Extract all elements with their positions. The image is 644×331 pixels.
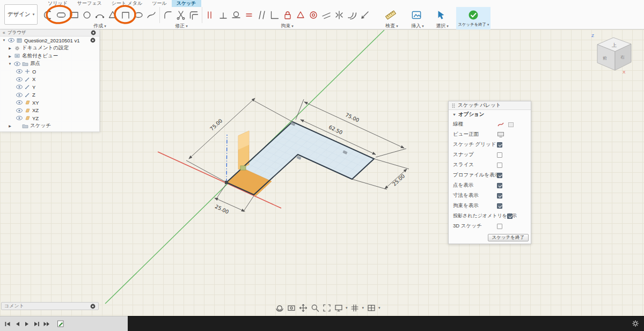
- palette-finish-sketch-button[interactable]: スケッチを終了: [488, 234, 529, 241]
- perpendicular-constraint-icon[interactable]: [268, 8, 281, 22]
- visibility-eye-icon[interactable]: [14, 61, 20, 67]
- curvature-constraint-icon[interactable]: [346, 8, 358, 22]
- collapse-panel-icon[interactable]: «: [3, 30, 5, 35]
- tab-tools[interactable]: ツール: [147, 0, 171, 7]
- box-linetype-icon[interactable]: [508, 121, 514, 128]
- design-menu-button[interactable]: デザイン ▾: [4, 4, 38, 25]
- sketch-scale-constraint-icon[interactable]: [358, 8, 371, 22]
- midpoint-constraint-icon[interactable]: [294, 8, 307, 22]
- chevron-down-icon[interactable]: ▾: [346, 306, 348, 310]
- symmetry-constraint-icon[interactable]: [333, 8, 346, 22]
- orbit-icon[interactable]: [275, 304, 284, 313]
- checkbox-snap[interactable]: [497, 152, 502, 158]
- visibility-eye-icon[interactable]: [16, 84, 23, 90]
- chevron-down-icon[interactable]: ▾: [362, 306, 364, 310]
- measure-icon[interactable]: [384, 8, 397, 22]
- tangent-constraint-icon[interactable]: [230, 8, 243, 22]
- expander-closed-icon[interactable]: ▶: [8, 124, 12, 128]
- finish-sketch-button[interactable]: スケッチを終了 ▾: [456, 7, 491, 30]
- visibility-eye-icon[interactable]: [16, 115, 23, 121]
- timeline-track[interactable]: [128, 316, 644, 331]
- checkbox-show-constraints[interactable]: [497, 203, 502, 209]
- visibility-eye-icon[interactable]: [16, 77, 23, 82]
- chevron-down-icon[interactable]: ▾: [378, 306, 380, 310]
- expander-closed-icon[interactable]: ▶: [8, 54, 12, 58]
- look-at-icon[interactable]: [287, 304, 296, 313]
- coincident-constraint-icon[interactable]: [217, 8, 230, 22]
- viewports-icon[interactable]: [367, 304, 376, 313]
- equal-constraint-icon[interactable]: [243, 8, 255, 22]
- look-at-icon[interactable]: [497, 131, 504, 138]
- group-constraints[interactable]: 拘束▾: [271, 23, 303, 29]
- fit-icon[interactable]: [322, 304, 331, 313]
- pan-icon[interactable]: [298, 304, 308, 313]
- view-cube[interactable]: 上 前 右 Z X: [591, 33, 631, 75]
- activate-radio-icon[interactable]: [90, 38, 96, 43]
- group-select[interactable]: 選択▾: [430, 23, 454, 29]
- ellipse-tool-icon[interactable]: [132, 8, 145, 22]
- selection-handle[interactable]: [240, 166, 246, 170]
- checkbox-show-profile[interactable]: [497, 173, 502, 178]
- construction-line[interactable]: [226, 135, 227, 182]
- checkbox-show-projected[interactable]: [507, 214, 513, 219]
- grid-snap-icon[interactable]: [350, 304, 360, 313]
- browser-item-plane-xy[interactable]: XY: [0, 99, 99, 107]
- offset-tool-icon[interactable]: [187, 8, 200, 22]
- browser-item-plane-yz[interactable]: YZ: [0, 114, 99, 122]
- collinear-constraint-icon[interactable]: [320, 8, 333, 22]
- polygon-tool-icon[interactable]: [106, 8, 119, 22]
- visibility-eye-icon[interactable]: [16, 108, 23, 113]
- group-insert[interactable]: 挿入▾: [406, 23, 429, 29]
- browser-root-item[interactable]: ▼ Question2_20210501 v1: [0, 36, 99, 45]
- checkbox-sketch-grid[interactable]: [497, 142, 502, 148]
- visibility-eye-icon[interactable]: [16, 92, 23, 98]
- visibility-eye-icon[interactable]: [16, 100, 23, 105]
- comment-input[interactable]: コメント: [1, 302, 99, 310]
- skip-to-start-button-icon[interactable]: [4, 321, 11, 327]
- circle-tool-icon[interactable]: [80, 8, 93, 22]
- parallel-constraint-icon[interactable]: [255, 8, 268, 22]
- timeline-sketch-feature-icon[interactable]: [57, 320, 64, 328]
- browser-item-sketches[interactable]: ▶ スケッチ: [0, 122, 99, 130]
- tab-sheet-metal[interactable]: シート メタル: [107, 0, 148, 7]
- slot-tool-icon[interactable]: [55, 8, 68, 22]
- checkbox-show-points[interactable]: [497, 183, 502, 188]
- display-settings-icon[interactable]: [334, 304, 343, 313]
- checkbox-slice[interactable]: [497, 163, 502, 168]
- visibility-eye-icon[interactable]: [8, 38, 14, 43]
- fillet-tool-icon[interactable]: [162, 8, 174, 22]
- browser-item-origin[interactable]: ▼ 原点: [0, 60, 99, 68]
- browser-item-axis-x[interactable]: X: [0, 76, 99, 84]
- browser-item-axis-z[interactable]: Z: [0, 91, 99, 99]
- tab-surface[interactable]: サーフェス: [72, 0, 107, 7]
- sketch-dimension-icon[interactable]: [42, 8, 55, 22]
- group-create[interactable]: 作成▾: [85, 23, 115, 29]
- trim-tool-icon[interactable]: [174, 8, 187, 22]
- tab-solid[interactable]: ソリッド: [43, 0, 72, 7]
- expander-open-icon[interactable]: ▼: [2, 39, 6, 42]
- three-point-rectangle-tool-icon[interactable]: [119, 8, 132, 22]
- step-forward-button-icon[interactable]: [33, 321, 40, 327]
- browser-item-axis-y[interactable]: Y: [0, 83, 99, 91]
- browser-item-document-settings[interactable]: ▶ ドキュメントの設定: [0, 45, 99, 53]
- browser-item-named-views[interactable]: ▶ 名前付きビュー: [0, 52, 99, 60]
- fix-lock-constraint-icon[interactable]: [281, 8, 294, 22]
- horizontal-vertical-constraint-icon[interactable]: [204, 8, 217, 22]
- checkbox-3d-sketch[interactable]: [497, 224, 502, 229]
- spline-linetype-icon[interactable]: [497, 121, 504, 128]
- visibility-eye-icon[interactable]: [16, 69, 23, 74]
- play-button-icon[interactable]: [24, 321, 30, 327]
- timeline-settings-gear-icon[interactable]: [631, 319, 640, 328]
- checkbox-show-dimensions[interactable]: [497, 193, 502, 198]
- expander-open-icon[interactable]: ▼: [8, 62, 12, 65]
- panel-dot-button-icon[interactable]: [90, 30, 97, 35]
- group-modify[interactable]: 修正▾: [166, 23, 196, 29]
- expander-closed-icon[interactable]: ▶: [8, 46, 12, 50]
- tab-sketch[interactable]: スケッチ: [172, 0, 201, 7]
- comment-dot-button-icon[interactable]: [90, 304, 96, 309]
- skip-to-end-button-icon[interactable]: [43, 321, 50, 327]
- insert-icon[interactable]: [410, 8, 423, 22]
- select-icon[interactable]: [435, 8, 448, 22]
- palette-options-section[interactable]: ▼ オプション: [449, 110, 531, 119]
- zoom-icon[interactable]: [310, 304, 319, 313]
